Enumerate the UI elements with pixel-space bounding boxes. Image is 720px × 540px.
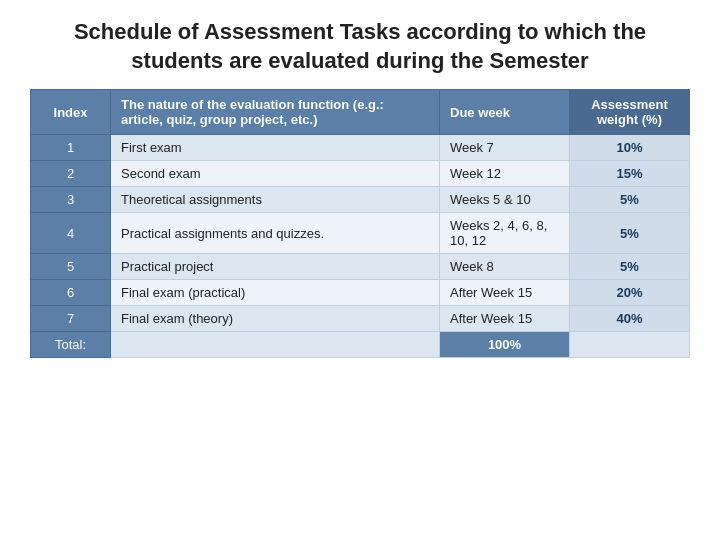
table-row: 2Second examWeek 1215% (31, 161, 690, 187)
row-nature: First exam (111, 135, 440, 161)
row-weight: 5% (570, 187, 690, 213)
row-due: After Week 15 (440, 306, 570, 332)
row-index: 2 (31, 161, 111, 187)
row-index: 6 (31, 280, 111, 306)
row-weight: 5% (570, 254, 690, 280)
row-nature: Final exam (practical) (111, 280, 440, 306)
total-row: Total:100% (31, 332, 690, 358)
table-row: 7Final exam (theory)After Week 1540% (31, 306, 690, 332)
header-index: Index (31, 90, 111, 135)
table-row: 1First examWeek 710% (31, 135, 690, 161)
table-row: 4Practical assignments and quizzes.Weeks… (31, 213, 690, 254)
row-nature: Final exam (theory) (111, 306, 440, 332)
row-weight: 15% (570, 161, 690, 187)
row-weight: 10% (570, 135, 690, 161)
page-title: Schedule of Assessment Tasks according t… (30, 18, 690, 75)
row-due: Weeks 5 & 10 (440, 187, 570, 213)
page: Schedule of Assessment Tasks according t… (0, 0, 720, 540)
row-index: 4 (31, 213, 111, 254)
row-nature: Second exam (111, 161, 440, 187)
total-value: 100% (440, 332, 570, 358)
row-due: Week 12 (440, 161, 570, 187)
row-index: 7 (31, 306, 111, 332)
row-index: 5 (31, 254, 111, 280)
row-index: 1 (31, 135, 111, 161)
row-due: Weeks 2, 4, 6, 8, 10, 12 (440, 213, 570, 254)
table-row: 3Theoretical assignmentsWeeks 5 & 105% (31, 187, 690, 213)
total-weight-empty (570, 332, 690, 358)
row-nature: Theoretical assignments (111, 187, 440, 213)
row-index: 3 (31, 187, 111, 213)
row-due: Week 8 (440, 254, 570, 280)
header-weight: Assessment weight (%) (570, 90, 690, 135)
table-row: 5Practical projectWeek 85% (31, 254, 690, 280)
row-nature: Practical assignments and quizzes. (111, 213, 440, 254)
row-due: After Week 15 (440, 280, 570, 306)
header-nature: The nature of the evaluation function (e… (111, 90, 440, 135)
row-weight: 5% (570, 213, 690, 254)
row-weight: 20% (570, 280, 690, 306)
total-label: Total: (31, 332, 111, 358)
row-due: Week 7 (440, 135, 570, 161)
row-nature: Practical project (111, 254, 440, 280)
total-empty (111, 332, 440, 358)
row-weight: 40% (570, 306, 690, 332)
header-due: Due week (440, 90, 570, 135)
table-row: 6Final exam (practical)After Week 1520% (31, 280, 690, 306)
assessment-table: Index The nature of the evaluation funct… (30, 89, 690, 358)
